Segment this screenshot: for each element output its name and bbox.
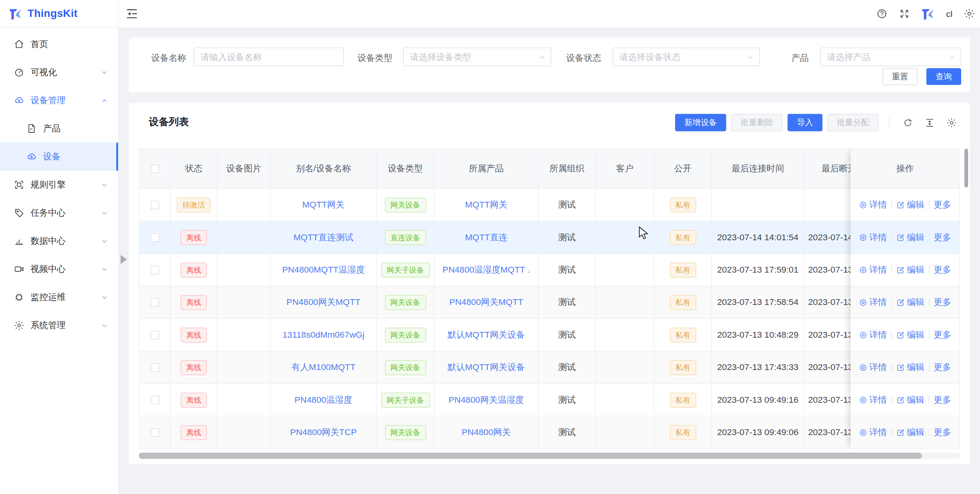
detail-link[interactable]: 详情 <box>859 264 887 275</box>
tk-avatar[interactable] <box>921 7 935 21</box>
row-checkbox[interactable] <box>151 363 159 372</box>
product-link[interactable]: PN4800网关MQTT <box>449 296 523 308</box>
more-link[interactable]: 更多 <box>934 264 951 275</box>
more-link[interactable]: 更多 <box>934 329 951 340</box>
row-height-icon[interactable] <box>924 117 935 128</box>
device-name-link[interactable]: PN4800MQTT温湿度 <box>282 264 365 276</box>
device-status-select[interactable] <box>612 47 760 66</box>
cell <box>217 352 271 384</box>
drawer-expand-handle[interactable] <box>120 255 127 264</box>
sidebar-item-规则引擎[interactable]: 规则引擎 <box>0 171 118 199</box>
more-link[interactable]: 更多 <box>934 427 951 438</box>
detail-link[interactable]: 详情 <box>859 427 887 438</box>
reset-button[interactable]: 重置 <box>883 68 918 85</box>
detail-link[interactable]: 详情 <box>859 362 887 373</box>
row-checkbox[interactable] <box>151 428 159 437</box>
username[interactable]: cl <box>946 9 952 19</box>
brand-logo[interactable]: ThingsKit <box>0 0 118 27</box>
add-device-button[interactable]: 新增设备 <box>675 114 726 131</box>
device-name-link[interactable]: PN4800网关MQTT <box>286 296 360 308</box>
product-link[interactable]: MQTT直连 <box>465 231 507 243</box>
view-icon <box>859 233 868 242</box>
sidebar-item-首页[interactable]: 首页 <box>0 30 118 58</box>
detail-link[interactable]: 详情 <box>859 199 887 210</box>
cell: 私有 <box>654 189 712 221</box>
device-name-link[interactable]: 有人M100MQTT <box>291 362 356 373</box>
horizontal-scrollbar-thumb[interactable] <box>139 453 922 459</box>
row-checkbox[interactable] <box>151 298 159 307</box>
detail-link[interactable]: 详情 <box>859 232 887 243</box>
action-divider <box>929 233 930 241</box>
cell <box>217 221 271 254</box>
menu-fold-icon[interactable] <box>125 7 139 21</box>
more-link[interactable]: 更多 <box>934 232 951 243</box>
org-cell: 测试 <box>558 362 575 373</box>
more-link[interactable]: 更多 <box>934 296 951 308</box>
sidebar-item-监控运维[interactable]: 监控运维 <box>0 283 118 311</box>
device-name-input[interactable] <box>194 47 344 66</box>
device-status-select-field[interactable] <box>613 48 759 65</box>
sidebar-item-设备[interactable]: 设备 <box>0 142 118 171</box>
edit-link[interactable]: 编辑 <box>896 427 924 438</box>
device-name-input-field[interactable] <box>194 48 343 65</box>
detail-link[interactable]: 详情 <box>859 394 887 405</box>
column-settings-gear-icon[interactable] <box>946 117 957 128</box>
device-name-link[interactable]: PN4800温湿度 <box>294 394 352 406</box>
product-link[interactable]: PN4800网关温湿度 <box>448 394 524 406</box>
device-name-link[interactable]: MQTT直连测试 <box>294 231 353 243</box>
fullscreen-icon[interactable] <box>899 8 910 19</box>
detail-link[interactable]: 详情 <box>859 329 887 340</box>
sidebar-item-可视化[interactable]: 可视化 <box>0 58 118 86</box>
product-link[interactable]: PN4800温湿度MQTT . <box>443 264 530 276</box>
more-link[interactable]: 更多 <box>934 394 951 405</box>
edit-link[interactable]: 编辑 <box>896 296 924 308</box>
edit-link[interactable]: 编辑 <box>896 199 924 210</box>
product-link[interactable]: 默认MQTT网关设备 <box>448 362 525 373</box>
sidebar-item-设备管理[interactable]: 设备管理 <box>0 86 118 114</box>
device-name-link[interactable]: MQTT网关 <box>302 199 345 211</box>
edit-link[interactable]: 编辑 <box>896 264 924 275</box>
edit-icon <box>896 330 905 339</box>
batch-assign-button[interactable]: 批量分配 <box>828 114 879 131</box>
device-type-select[interactable] <box>403 47 551 66</box>
cell <box>217 254 271 286</box>
sidebar-item-数据中心[interactable]: 数据中心 <box>0 227 118 255</box>
gear-icon[interactable] <box>964 8 975 19</box>
edit-link[interactable]: 编辑 <box>896 329 924 340</box>
refresh-icon[interactable] <box>903 117 913 128</box>
batch-delete-button[interactable]: 批量删除 <box>731 114 783 131</box>
select-all-checkbox[interactable] <box>151 164 159 173</box>
edit-link[interactable]: 编辑 <box>896 232 924 243</box>
product-select[interactable] <box>820 47 961 66</box>
sidebar-item-视频中心[interactable]: 视频中心 <box>0 255 118 283</box>
vertical-scrollbar-thumb[interactable] <box>964 149 968 188</box>
device-type-select-field[interactable] <box>404 48 551 65</box>
row-checkbox[interactable] <box>151 233 159 242</box>
product-link[interactable]: 默认MQTT网关设备 <box>448 329 525 341</box>
row-checkbox[interactable] <box>151 395 159 404</box>
column-header-所属组织: 所属组织 <box>539 149 596 189</box>
edit-link[interactable]: 编辑 <box>896 394 924 405</box>
chevron-down-icon <box>100 237 108 244</box>
import-button[interactable]: 导入 <box>788 114 823 131</box>
sidebar-item-label: 系统管理 <box>31 320 101 331</box>
product-link[interactable]: PN4800网关 <box>462 426 511 438</box>
device-name-link[interactable]: 13118s0dMm067wGj <box>283 329 365 341</box>
edit-link[interactable]: 编辑 <box>896 362 924 373</box>
more-link[interactable]: 更多 <box>934 199 951 210</box>
more-link[interactable]: 更多 <box>934 362 951 373</box>
search-button[interactable]: 查询 <box>926 68 961 85</box>
sidebar-item-系统管理[interactable]: 系统管理 <box>0 311 118 340</box>
row-checkbox[interactable] <box>151 200 159 209</box>
detail-link[interactable]: 详情 <box>859 296 887 308</box>
row-checkbox[interactable] <box>151 265 159 274</box>
help-icon[interactable] <box>876 8 887 19</box>
product-select-field[interactable] <box>821 48 961 65</box>
device-name-link[interactable]: PN4800网关TCP <box>290 426 357 438</box>
row-checkbox[interactable] <box>151 330 159 339</box>
sidebar-item-产品[interactable]: P产品 <box>0 114 118 142</box>
dashboard-icon <box>14 67 25 78</box>
product-link[interactable]: MQTT网关 <box>465 199 507 211</box>
sidebar-item-任务中心[interactable]: 任务中心 <box>0 199 118 227</box>
operation-cell: 详情编辑更多 <box>851 319 960 351</box>
